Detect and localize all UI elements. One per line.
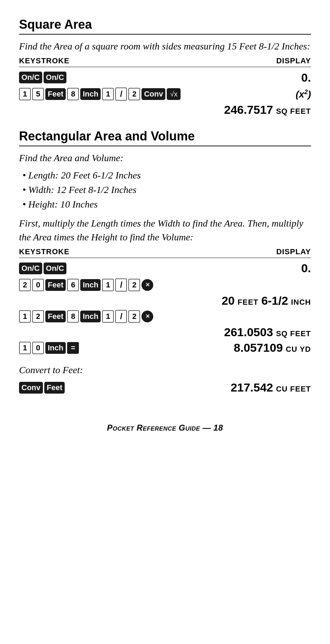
square-display-2: (x2) [294,88,311,100]
eq-key[interactable]: = [67,342,79,354]
inch-key-r4[interactable]: Inch [45,342,66,354]
rect-area-description: Find the Area and Volume: [19,151,311,165]
rect-display-label: DISPLAY [276,247,311,256]
key-r3-1[interactable]: 1 [19,310,31,323]
rect-display-2b: 20 FEET 6-1/2 INCH [222,294,311,307]
conv-key-2[interactable]: Conv [19,382,43,394]
rect-row-3: 1 2 Feet 8 Inch 1 / 2 ✕ [19,309,311,324]
rect-display-4: 8.057109 CU YD [234,341,311,355]
key-r2-2[interactable]: 2 [19,279,31,291]
inch-key-r2[interactable]: Inch [80,279,101,291]
square-area-description: Find the Area of a square room with side… [19,39,311,53]
rect-area-description2: First, multiply the Length times the Wid… [19,217,311,243]
square-area-title: Square Area [19,17,311,35]
rect-onc-2[interactable]: On/C [44,263,67,274]
rect-keys-3: 1 2 Feet 8 Inch 1 / 2 ✕ [19,310,153,323]
onc-key-1[interactable]: On/C [19,72,42,83]
rect-row-2: 2 0 Feet 6 Inch 1 / 2 ✕ [19,277,311,293]
square-keys-2: 1 5 Feet 8 Inch 1 / 2 Conv √x [19,88,181,101]
feet-key-r2[interactable]: Feet [45,279,66,291]
rect-row-2-display: 20 FEET 6-1/2 INCH [19,294,311,307]
feet-key-conv[interactable]: Feet [44,382,65,394]
square-row-3: 246.7517 SQ FEET [19,103,311,117]
rect-row-3-display: 261.0503 SQ FEET [19,325,311,339]
onc-key-2[interactable]: On/C [44,72,67,83]
key-r2-2b[interactable]: 2 [128,279,140,291]
footer: Pocket Reference Guide — 18 [19,423,311,433]
key-8[interactable]: 8 [67,88,79,100]
rect-onc-1[interactable]: On/C [19,263,42,274]
mult-key-r2[interactable]: ✕ [141,279,153,291]
rect-display-1: 0. [301,261,311,275]
bullet-length: • Length: 20 Feet 6-1/2 Inches [22,168,311,183]
square-area-section: Square Area Find the Area of a square ro… [19,17,311,117]
key-r3-2b[interactable]: 2 [128,310,140,323]
keystroke-label: KEYSTROKE [19,56,70,65]
rect-display-3b: 261.0503 SQ FEET [224,325,311,339]
slash-key-r2[interactable]: / [115,278,127,292]
square-row-1: On/C On/C 0. [19,70,311,85]
conv-key-1[interactable]: Conv [141,88,165,100]
key-r2-0[interactable]: 0 [32,279,44,291]
rect-row-1: On/C On/C 0. [19,261,311,276]
convert-display: 217.542 CU FEET [231,381,311,394]
square-row-2: 1 5 Feet 8 Inch 1 / 2 Conv √x (x2) [19,86,311,102]
square-keys-1: On/C On/C [19,72,66,83]
sqrt-key[interactable]: √x [167,88,181,100]
feet-key-r3[interactable]: Feet [45,311,66,322]
rect-keys-2: 2 0 Feet 6 Inch 1 / 2 ✕ [19,278,153,292]
rect-row-4: 1 0 Inch = 8.057109 CU YD [19,340,311,356]
rect-keys-1: On/C On/C [19,263,66,274]
convert-keys: Conv Feet [19,382,65,394]
square-display-3: 246.7517 SQ FEET [224,103,311,117]
rect-area-section: Rectangular Area and Volume Find the Are… [19,129,311,395]
slash-key-1[interactable]: / [115,88,127,101]
rect-keys-4: 1 0 Inch = [19,342,79,354]
feet-key-1[interactable]: Feet [45,88,66,100]
rect-area-title: Rectangular Area and Volume [19,129,311,146]
rect-area-bullets: • Length: 20 Feet 6-1/2 Inches • Width: … [22,168,311,212]
rect-keystroke-label: KEYSTROKE [19,247,70,256]
square-display-1: 0. [301,71,311,84]
key-r4-0[interactable]: 0 [32,342,44,354]
footer-text: Pocket Reference Guide — 18 [107,423,223,432]
convert-row: Conv Feet 217.542 CU FEET [19,380,311,395]
slash-key-r3[interactable]: / [115,310,127,323]
key-1b[interactable]: 1 [102,88,114,100]
key-r3-2[interactable]: 2 [32,310,44,323]
rect-area-header: KEYSTROKE DISPLAY [19,247,311,258]
key-5[interactable]: 5 [32,88,44,100]
square-area-header: KEYSTROKE DISPLAY [19,56,311,67]
convert-label: Convert to Feet: [19,363,311,377]
key-r2-1[interactable]: 1 [102,279,114,291]
display-label: DISPLAY [276,56,311,65]
inch-key-r3[interactable]: Inch [80,311,101,322]
inch-key-1[interactable]: Inch [80,88,101,100]
key-r2-6[interactable]: 6 [67,279,79,291]
bullet-width: • Width: 12 Feet 8-1/2 Inches [22,183,311,197]
mult-key-r3[interactable]: ✕ [141,311,153,322]
key-1[interactable]: 1 [19,88,31,100]
bullet-height: • Height: 10 Inches [22,197,311,212]
key-r3-8[interactable]: 8 [67,310,79,323]
key-2[interactable]: 2 [128,88,140,100]
key-r3-1b[interactable]: 1 [102,310,114,323]
key-r4-1[interactable]: 1 [19,342,31,354]
